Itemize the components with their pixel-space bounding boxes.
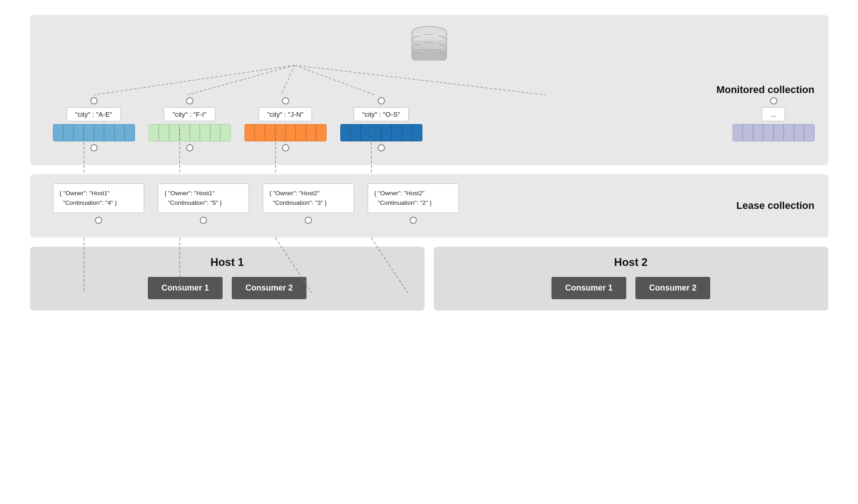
partition-jn-top-circle xyxy=(282,97,289,104)
host2-consumers-row: Consumer 1 Consumer 2 xyxy=(447,277,815,299)
partition-ae-top-circle xyxy=(90,97,98,104)
lease-box-2: { "Owner": "Host1" "Continuation": "5" } xyxy=(158,183,249,213)
partition-ae-bottom-circle xyxy=(90,144,98,151)
bar-seg xyxy=(255,124,265,141)
host1-title: Host 1 xyxy=(44,256,411,269)
lease-box-1: { "Owner": "Host1" "Continuation": "4" } xyxy=(53,183,144,213)
bar-seg xyxy=(350,124,361,141)
lease-2-bottom-circle xyxy=(200,217,207,224)
bar-seg xyxy=(361,124,371,141)
host1-consumers-row: Consumer 1 Consumer 2 xyxy=(44,277,411,299)
bar-seg-hatched xyxy=(794,124,805,141)
bar-seg-hatched xyxy=(784,124,794,141)
partition-os-bar xyxy=(340,124,422,141)
host1-box: Host 1 Consumer 1 Consumer 2 xyxy=(30,247,425,311)
bar-seg xyxy=(169,124,180,141)
bar-seg-hatched xyxy=(286,124,296,141)
bar-seg-hatched xyxy=(402,124,412,141)
svg-line-13 xyxy=(295,65,546,95)
partition-fi-bottom-circle xyxy=(186,144,193,151)
diagram-container: Monitored collection xyxy=(30,15,828,489)
bar-seg xyxy=(73,124,84,141)
bar-seg-hatched xyxy=(125,124,135,141)
partition-fi: "city" : "F-I" xyxy=(149,97,231,151)
lease-label: Lease collection xyxy=(736,200,814,212)
bar-seg xyxy=(244,124,255,141)
bar-seg-hatched xyxy=(210,124,221,141)
lease-box-3: { "Owner": "Host2" "Continuation": "3" } xyxy=(263,183,354,213)
bar-seg xyxy=(763,124,774,141)
lease-items-row: { "Owner": "Host1" "Continuation": "4" }… xyxy=(44,183,815,224)
partition-os-top-circle xyxy=(378,97,385,104)
partition-jn: "city" : "J-N" xyxy=(244,97,327,151)
partition-ellipsis-bar xyxy=(733,124,815,141)
bar-seg xyxy=(371,124,381,141)
partition-os-label: "city" : "O-S" xyxy=(354,107,409,121)
svg-line-10 xyxy=(187,65,295,95)
partition-fi-top-circle xyxy=(186,97,193,104)
bar-seg-hatched xyxy=(104,124,114,141)
bar-seg xyxy=(190,124,200,141)
bar-seg-hatched xyxy=(296,124,306,141)
bar-seg-hatched xyxy=(114,124,125,141)
bar-seg xyxy=(381,124,392,141)
host2-consumer2: Consumer 2 xyxy=(635,277,710,299)
host1-consumer1: Consumer 1 xyxy=(148,277,223,299)
lease-item-1: { "Owner": "Host1" "Continuation": "4" } xyxy=(53,183,144,224)
lease-1-bottom-circle xyxy=(95,217,102,224)
lease-item-2: { "Owner": "Host1" "Continuation": "5" } xyxy=(158,183,249,224)
svg-point-6 xyxy=(412,51,447,61)
hosts-section: Host 1 Consumer 1 Consumer 2 Host 2 Cons… xyxy=(30,247,828,311)
bar-seg xyxy=(265,124,276,141)
monitored-section: Monitored collection xyxy=(30,15,828,165)
section-spacer xyxy=(30,165,828,174)
bar-seg-hatched xyxy=(220,124,231,141)
host2-box: Host 2 Consumer 1 Consumer 2 xyxy=(434,247,828,311)
bar-seg xyxy=(753,124,764,141)
bar-seg xyxy=(94,124,104,141)
partition-fi-bar xyxy=(149,124,231,141)
lease-4-bottom-circle xyxy=(410,217,417,224)
db-to-partitions-lines xyxy=(44,65,591,97)
bar-seg xyxy=(340,124,351,141)
bar-seg xyxy=(149,124,159,141)
partition-os-bottom-circle xyxy=(378,144,385,151)
bar-seg-hatched xyxy=(412,124,422,141)
bar-seg xyxy=(63,124,73,141)
bar-seg xyxy=(275,124,286,141)
lower-sections-wrapper: Lease collection { "Owner": "Host1" "Con… xyxy=(30,174,828,311)
database-icon xyxy=(409,24,450,61)
partition-ellipsis: ... xyxy=(733,97,815,141)
partition-ellipsis-top-circle xyxy=(770,97,777,104)
partition-ae: "city" : "A-E" xyxy=(53,97,135,151)
lease-section: Lease collection { "Owner": "Host1" "Con… xyxy=(30,174,828,238)
partition-ae-label: "city" : "A-E" xyxy=(67,107,121,121)
partition-fi-label: "city" : "F-I" xyxy=(164,107,215,121)
svg-line-12 xyxy=(295,65,374,95)
bar-seg xyxy=(83,124,94,141)
host1-consumer2: Consumer 2 xyxy=(232,277,307,299)
lease-item-4: { "Owner": "Host2" "Continuation": "2" } xyxy=(368,183,459,224)
partition-ae-bar xyxy=(53,124,135,141)
svg-line-9 xyxy=(94,65,295,95)
bar-seg-hatched xyxy=(391,124,402,141)
partitions-row: "city" : "A-E" "city" : "F-I" xyxy=(44,97,815,151)
partition-jn-label: "city" : "J-N" xyxy=(259,107,312,121)
bar-seg-hatched xyxy=(316,124,327,141)
bar-seg xyxy=(733,124,743,141)
bar-seg-hatched xyxy=(306,124,317,141)
partition-jn-bar xyxy=(244,124,327,141)
bar-seg-hatched xyxy=(774,124,784,141)
bar-seg xyxy=(159,124,169,141)
db-icon-wrapper xyxy=(44,24,815,61)
host2-title: Host 2 xyxy=(447,256,815,269)
partition-os: "city" : "O-S" xyxy=(340,97,422,151)
partition-jn-bottom-circle xyxy=(282,144,289,151)
partition-ellipsis-label: ... xyxy=(762,107,785,121)
bar-seg xyxy=(53,124,63,141)
monitored-label: Monitored collection xyxy=(716,84,814,96)
bar-seg xyxy=(743,124,753,141)
bar-seg-hatched xyxy=(200,124,210,141)
lease-box-4: { "Owner": "Host2" "Continuation": "2" } xyxy=(368,183,459,213)
bar-seg xyxy=(179,124,190,141)
